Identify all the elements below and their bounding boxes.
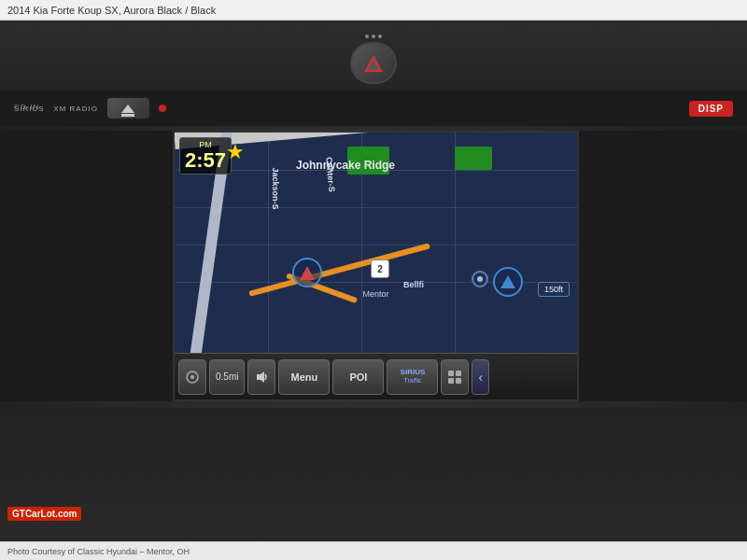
dashboard-top: SIRIUS XM RADIO DISP CD-IN (0, 21, 747, 123)
svg-rect-3 (448, 371, 454, 376)
nav-scale-button[interactable]: 0.5mi (209, 359, 245, 395)
header-bar: 2014 Kia Forte Koup SX, Aurora Black / B… (0, 0, 747, 21)
svg-rect-4 (456, 371, 461, 376)
disp-button[interactable]: DISP (689, 101, 733, 117)
nav-location-button[interactable] (178, 359, 206, 395)
location-pin (472, 271, 488, 287)
controls-bar: SIRIUS XM RADIO DISP (0, 91, 747, 126)
photo-credit-text: Photo Courtesy of Classic Hyundai – Ment… (7, 547, 190, 556)
photo-container: SIRIUS XM RADIO DISP CD-IN (0, 21, 747, 541)
nav-scale-label: 0.5mi (216, 371, 238, 382)
hazard-dots (365, 35, 382, 38)
landmark-green (455, 147, 492, 170)
hazard-triangle-icon (364, 55, 383, 72)
map-grid (268, 133, 269, 353)
eject-button[interactable] (107, 98, 149, 119)
time-overlay: PM 2:57 (179, 137, 232, 175)
hazard-dot (378, 35, 382, 38)
cd-label: CD-IN (14, 103, 39, 111)
city-label: Mentor (175, 289, 577, 299)
photo-credit-bar: Photo Courtesy of Classic Hyundai – Ment… (0, 541, 747, 560)
pin-dot-icon (477, 276, 483, 282)
time-value: 2:57 (185, 149, 226, 172)
map-grid (175, 207, 577, 208)
nav-menu-label: Menu (291, 371, 318, 383)
right-panel (579, 131, 747, 401)
nav-poi-label: POI (349, 371, 367, 383)
map-grid (175, 245, 577, 245)
chevron-left-icon: ‹ (478, 370, 483, 385)
nav-back-button[interactable]: ‹ (472, 359, 489, 395)
sirius-content: SIRIUS Traffic (401, 369, 426, 384)
gtcarlot-logo: GTCarLot.com (7, 507, 81, 521)
street-label-johnnycake: Johnnycake Ridge (296, 159, 395, 172)
star-icon: ★ (226, 140, 245, 164)
left-panel (0, 131, 173, 401)
nav-screen: Johnnycake Ridge Jackson-S Center-S Bell… (173, 131, 579, 401)
svg-rect-5 (448, 378, 454, 384)
red-indicator (159, 105, 166, 112)
nav-poi-button[interactable]: POI (332, 359, 384, 395)
nav-menu-button[interactable]: Menu (278, 359, 330, 395)
street-label-jackson: Jackson-S (271, 167, 280, 209)
sirius-top-label: SIRIUS (401, 369, 426, 377)
street-label-bellfi: Bellfi (403, 280, 424, 289)
route-badge: 2 (371, 259, 389, 278)
sirius-bot-label: Traffic (403, 377, 421, 385)
nav-volume-button[interactable] (247, 359, 275, 395)
hazard-button[interactable] (350, 42, 397, 84)
nav-bottom-bar: 0.5mi Menu POI SIRIUS Traffic (175, 353, 577, 399)
map-background: Johnnycake Ridge Jackson-S Center-S Bell… (175, 133, 577, 353)
arrow-triangle-icon (300, 266, 315, 280)
bottom-controls: ▼ SEEK FM/AM SAT MEDIA PHONE (0, 408, 747, 541)
nav-grid-button[interactable] (441, 359, 469, 395)
svg-rect-6 (456, 378, 461, 384)
nav-arrow-main (292, 258, 322, 287)
arrow-triangle-blue-icon (500, 275, 515, 288)
svg-marker-2 (257, 371, 264, 383)
hazard-area (350, 35, 397, 84)
nav-sirius-button[interactable]: SIRIUS Traffic (387, 359, 438, 395)
page-title: 2014 Kia Forte Koup SX, Aurora Black / B… (7, 5, 216, 16)
hazard-dot (372, 35, 375, 38)
eject-icon (121, 105, 134, 113)
svg-point-1 (190, 375, 194, 379)
hazard-dot (365, 35, 369, 38)
